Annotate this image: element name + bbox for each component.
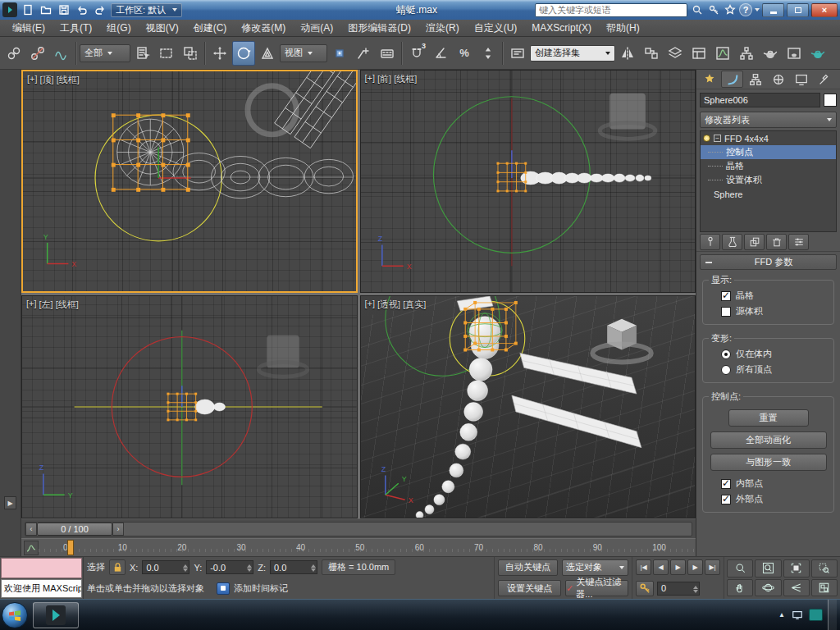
app-icon[interactable] bbox=[2, 2, 17, 17]
named-selection-set-field[interactable]: 创建选择集 bbox=[530, 45, 615, 62]
help-icon[interactable]: ? bbox=[739, 3, 752, 16]
lattice-checkbox[interactable] bbox=[721, 291, 731, 301]
graphite-ribbon-icon[interactable] bbox=[687, 41, 710, 66]
inside-points-checkbox[interactable] bbox=[721, 479, 731, 489]
select-and-manipulate-icon[interactable] bbox=[352, 41, 375, 66]
maxscript-mini-listener[interactable]: 欢迎使用 MAXScript bbox=[0, 557, 84, 599]
align-icon[interactable] bbox=[640, 41, 663, 66]
viewport-shading-button[interactable]: [线框] bbox=[57, 74, 80, 86]
viewport-layout-flyout-button[interactable]: ▶ bbox=[4, 496, 16, 509]
viewport-menu-button[interactable]: [+] bbox=[26, 299, 37, 311]
menu-maxscript[interactable]: MAXScript(X) bbox=[524, 20, 599, 36]
object-name-field[interactable]: Sphere006 bbox=[700, 93, 820, 107]
select-and-scale-icon[interactable] bbox=[256, 41, 279, 66]
infocenter-chevron-icon[interactable] bbox=[755, 8, 760, 14]
menu-animation[interactable]: 动画(A) bbox=[293, 20, 340, 36]
tab-utilities[interactable] bbox=[813, 71, 835, 88]
time-slider-handle[interactable]: 0 / 100 bbox=[37, 523, 112, 536]
listener-macro-line[interactable] bbox=[1, 558, 82, 578]
object-color-swatch[interactable] bbox=[824, 94, 837, 107]
stack-item-sphere[interactable]: Sphere bbox=[701, 187, 836, 201]
all-vertices-radio[interactable] bbox=[721, 365, 731, 375]
animate-all-button[interactable]: 全部动画化 bbox=[710, 431, 827, 449]
viewport-perspective-canvas[interactable]: Z X Y bbox=[361, 296, 696, 518]
menu-rendering[interactable]: 渲染(R) bbox=[418, 20, 467, 36]
window-crossing-icon[interactable] bbox=[179, 41, 202, 66]
unlink-selection-icon[interactable] bbox=[26, 41, 49, 66]
snap-toggle-icon[interactable]: 3 bbox=[405, 41, 428, 66]
menu-customize[interactable]: 自定义(U) bbox=[467, 20, 525, 36]
zoom-icon[interactable] bbox=[727, 559, 753, 578]
tab-hierarchy[interactable] bbox=[744, 71, 766, 88]
zoom-all-views-icon[interactable] bbox=[755, 559, 781, 578]
viewport-shading-button[interactable]: [线框] bbox=[56, 299, 79, 311]
y-coordinate-field[interactable]: -0.0 bbox=[206, 560, 253, 574]
tab-motion[interactable] bbox=[767, 71, 789, 88]
viewport-menu-button[interactable]: [+] bbox=[27, 74, 38, 86]
new-file-icon[interactable] bbox=[21, 3, 35, 17]
viewport-shading-button[interactable]: [线框] bbox=[394, 73, 417, 85]
undo-icon[interactable] bbox=[75, 3, 89, 17]
menu-tools[interactable]: 工具(T) bbox=[52, 20, 99, 36]
go-to-end-button[interactable]: ▶| bbox=[705, 559, 720, 575]
show-end-result-icon[interactable] bbox=[722, 234, 742, 250]
conform-to-shape-button[interactable]: 与图形一致 bbox=[710, 454, 827, 471]
close-button[interactable]: × bbox=[811, 3, 838, 17]
listener-script-line[interactable]: 欢迎使用 MAXScript bbox=[1, 579, 82, 598]
schematic-view-icon[interactable] bbox=[735, 41, 758, 66]
zoom-extents-icon[interactable] bbox=[783, 559, 810, 578]
remove-modifier-icon[interactable] bbox=[766, 234, 787, 250]
set-key-button[interactable]: 设置关键点 bbox=[498, 580, 561, 596]
zoom-region-icon[interactable] bbox=[811, 559, 838, 578]
redo-icon[interactable] bbox=[93, 3, 107, 17]
reset-button[interactable]: 重置 bbox=[728, 409, 809, 427]
viewport-menu-button[interactable]: [+] bbox=[365, 73, 376, 85]
select-and-rotate-icon[interactable] bbox=[232, 41, 255, 66]
select-and-move-icon[interactable] bbox=[208, 41, 231, 66]
render-setup-icon[interactable] bbox=[759, 41, 782, 66]
selection-lock-icon[interactable] bbox=[109, 559, 126, 575]
rendered-frame-window-icon[interactable] bbox=[783, 41, 806, 66]
menu-views[interactable]: 视图(V) bbox=[139, 20, 186, 36]
play-button[interactable]: ▶ bbox=[670, 559, 686, 575]
key-filters-button[interactable]: ✓ 关键点过滤器... bbox=[565, 580, 628, 596]
bind-to-spacewarp-icon[interactable] bbox=[50, 41, 73, 66]
track-bar[interactable]: 0102030405060708090100 bbox=[21, 538, 696, 556]
start-button[interactable] bbox=[2, 602, 28, 628]
source-volume-checkbox[interactable] bbox=[721, 307, 731, 317]
selection-set-dropdown[interactable]: 选定对象 bbox=[562, 559, 628, 576]
previous-frame-button[interactable]: ◀ bbox=[653, 559, 669, 575]
viewcube[interactable] bbox=[592, 319, 651, 363]
viewport-top-canvas[interactable]: Y X bbox=[23, 71, 356, 291]
time-slider-track[interactable]: ‹ 0 / 100 › bbox=[25, 522, 692, 536]
spinner-snap-icon[interactable] bbox=[477, 41, 500, 66]
ffd-parameters-rollout-header[interactable]: FFD 参数 bbox=[700, 254, 837, 270]
search-icon[interactable] bbox=[690, 3, 704, 16]
select-and-link-icon[interactable] bbox=[2, 41, 25, 66]
select-by-name-icon[interactable] bbox=[131, 41, 154, 66]
layer-manager-icon[interactable] bbox=[664, 41, 687, 66]
time-slider-next-button[interactable]: › bbox=[112, 523, 124, 536]
menu-graph-editors[interactable]: 图形编辑器(D) bbox=[340, 20, 418, 36]
rectangular-selection-region-icon[interactable] bbox=[155, 41, 178, 66]
outside-points-checkbox[interactable] bbox=[721, 495, 731, 504]
show-desktop-button[interactable] bbox=[828, 600, 837, 630]
viewport-name-button[interactable]: [透视] bbox=[377, 299, 400, 311]
make-unique-icon[interactable] bbox=[744, 234, 765, 250]
time-slider-prev-button[interactable]: ‹ bbox=[25, 523, 37, 536]
z-coordinate-field[interactable]: 0.0 bbox=[270, 560, 317, 574]
tab-modify[interactable] bbox=[721, 71, 743, 88]
stack-item-set-volume[interactable]: 设置体积 bbox=[701, 173, 836, 187]
open-file-icon[interactable] bbox=[39, 3, 53, 17]
workspace-dropdown[interactable]: 工作区: 默认 bbox=[111, 3, 182, 17]
percent-snap-icon[interactable]: % bbox=[453, 41, 476, 66]
curve-editor-icon[interactable] bbox=[711, 41, 734, 66]
stack-item-control-points[interactable]: 控制点 bbox=[701, 145, 836, 159]
reference-coordinate-dropdown[interactable]: 视图 bbox=[280, 44, 327, 62]
selection-filter-dropdown[interactable]: 全部 bbox=[80, 44, 130, 62]
pin-stack-icon[interactable] bbox=[700, 234, 720, 250]
time-tag-icon[interactable] bbox=[217, 582, 230, 595]
mini-curve-editor-button[interactable] bbox=[24, 541, 39, 555]
modifier-list-dropdown[interactable]: 修改器列表 bbox=[700, 112, 837, 128]
viewport-name-button[interactable]: [前] bbox=[377, 73, 391, 85]
